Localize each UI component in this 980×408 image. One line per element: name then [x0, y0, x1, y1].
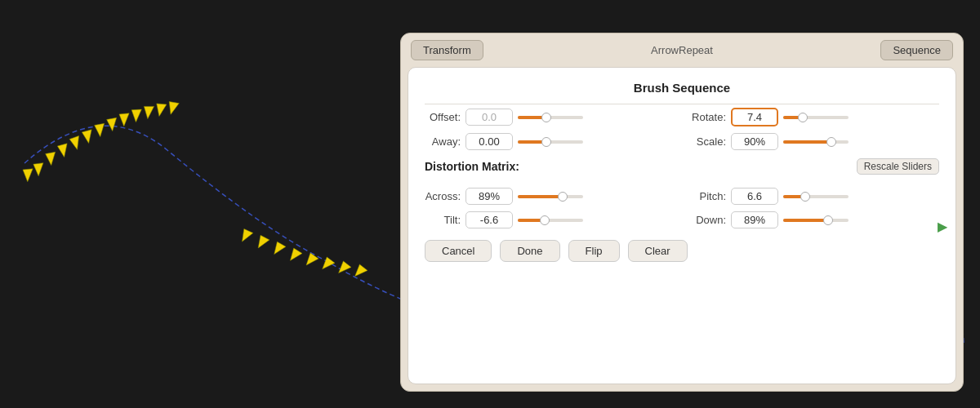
tab-bar: Transform ArrowRepeat Sequence — [401, 33, 963, 67]
tilt-label: Tilt: — [425, 214, 461, 226]
svg-marker-10 — [140, 102, 158, 119]
across-row: Across: — [425, 188, 674, 205]
tilt-input[interactable] — [466, 211, 513, 228]
rotate-label: Rotate: — [690, 111, 726, 123]
offset-row: Offset: — [425, 108, 674, 126]
distortion-header: Distortion Matrix: Rescale Sliders — [425, 158, 939, 175]
offset-slider[interactable] — [518, 116, 583, 119]
done-button[interactable]: Done — [500, 240, 559, 262]
flip-button[interactable]: Flip — [568, 240, 620, 262]
rescale-sliders-button[interactable]: Rescale Sliders — [857, 158, 939, 175]
pitch-input[interactable] — [731, 188, 778, 205]
svg-marker-4 — [91, 119, 109, 136]
down-label: Down: — [690, 214, 726, 226]
svg-marker-14 — [256, 234, 270, 248]
pitch-row: Pitch: — [690, 188, 939, 205]
away-label: Away: — [425, 135, 461, 148]
away-input[interactable] — [466, 133, 513, 150]
pitch-label: Pitch: — [690, 190, 726, 202]
cancel-button[interactable]: Cancel — [425, 240, 492, 262]
tilt-row: Tilt: — [425, 211, 674, 228]
bottom-buttons: Cancel Done Flip Clear — [425, 240, 939, 262]
scale-input[interactable] — [731, 133, 778, 150]
away-slider[interactable] — [518, 140, 583, 144]
svg-marker-11 — [153, 100, 169, 116]
distortion-title: Distortion Matrix: — [425, 160, 519, 173]
dialog-title: Brush Sequence — [425, 81, 939, 95]
rotate-slider[interactable] — [783, 116, 849, 119]
scale-label: Scale: — [690, 135, 726, 148]
away-row: Away: — [425, 133, 674, 150]
svg-marker-7 — [128, 105, 145, 122]
down-row: Down: — [690, 211, 939, 228]
svg-marker-19 — [339, 261, 352, 274]
app-title: ArrowRepeat — [651, 44, 713, 56]
next-arrow-icon: ▶ — [938, 218, 947, 233]
form-grid: Offset: Rotate: Away: — [425, 108, 939, 150]
svg-marker-2 — [67, 132, 84, 149]
scale-row: Scale: — [690, 133, 939, 150]
svg-marker-5 — [104, 113, 121, 131]
svg-marker-20 — [355, 264, 368, 277]
svg-marker-3 — [79, 126, 96, 143]
dialog-panel: Brush Sequence Offset: Rotate: — [408, 67, 956, 384]
down-slider[interactable] — [783, 219, 849, 222]
pitch-slider[interactable] — [783, 195, 849, 198]
svg-marker-15 — [273, 241, 286, 254]
clear-button[interactable]: Clear — [628, 240, 688, 262]
tilt-slider[interactable] — [518, 219, 583, 222]
across-input[interactable] — [466, 188, 513, 205]
tab-transform[interactable]: Transform — [411, 40, 483, 60]
svg-marker-16 — [290, 248, 303, 261]
svg-marker-1 — [55, 140, 72, 157]
rotate-input[interactable] — [731, 108, 778, 126]
svg-marker-18 — [323, 257, 336, 270]
svg-marker-6 — [116, 109, 133, 126]
svg-marker-0 — [42, 148, 60, 165]
rotate-row: Rotate: — [690, 108, 939, 126]
across-slider[interactable] — [518, 195, 583, 198]
distortion-grid: Across: Pitch: Tilt: — [425, 188, 939, 228]
svg-marker-17 — [306, 253, 318, 265]
scale-slider[interactable] — [783, 140, 849, 144]
across-label: Across: — [425, 190, 461, 202]
main-panel: Transform ArrowRepeat Sequence Brush Seq… — [400, 33, 964, 392]
svg-marker-12 — [166, 98, 182, 114]
tab-sequence[interactable]: Sequence — [880, 40, 953, 60]
offset-label: Offset: — [425, 111, 461, 123]
svg-marker-13 — [240, 228, 254, 242]
svg-marker-8 — [30, 158, 47, 175]
down-input[interactable] — [731, 211, 778, 228]
offset-input[interactable] — [466, 109, 513, 126]
